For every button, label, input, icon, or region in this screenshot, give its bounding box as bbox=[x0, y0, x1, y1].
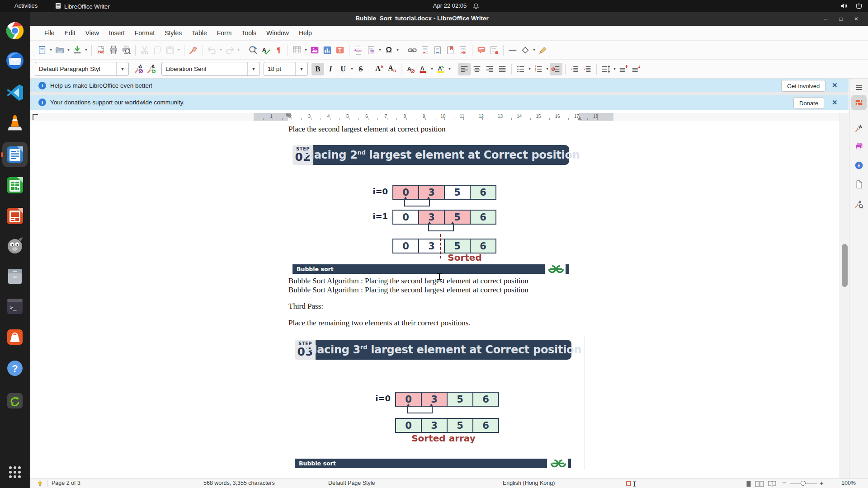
menu-view[interactable]: View bbox=[80, 28, 104, 38]
draw-functions-icon[interactable] bbox=[537, 44, 549, 56]
page-break-icon[interactable] bbox=[352, 44, 365, 56]
dropdown-arrow-icon[interactable]: ▾ bbox=[527, 63, 532, 75]
special-character-icon[interactable]: Ω bbox=[382, 44, 395, 56]
page-style[interactable]: Default Page Style bbox=[328, 480, 375, 486]
menu-form[interactable]: Form bbox=[212, 28, 237, 38]
sidebar-settings-menu-icon[interactable] bbox=[854, 82, 864, 93]
get-involved-button[interactable]: Get involved bbox=[781, 80, 826, 92]
spelling-icon[interactable]: A bbox=[259, 44, 272, 56]
volume-icon[interactable] bbox=[840, 2, 848, 11]
window-titlebar[interactable]: Bubble_Sort_tutorial.docx - LibreOffice … bbox=[30, 12, 868, 26]
style-inspector-deck-icon[interactable]: A bbox=[854, 199, 864, 210]
formatting-marks-icon[interactable]: ¶ bbox=[272, 44, 285, 56]
new-document-icon[interactable] bbox=[36, 44, 48, 56]
multi-page-view-icon[interactable] bbox=[755, 481, 764, 488]
dock-gimp[interactable] bbox=[4, 235, 26, 256]
print-preview-icon[interactable] bbox=[120, 44, 132, 56]
dock-files[interactable] bbox=[4, 266, 26, 287]
insert-mode-indicator[interactable] bbox=[626, 481, 637, 488]
menu-insert[interactable]: Insert bbox=[104, 28, 130, 38]
chevron-down-icon[interactable]: ▼ bbox=[247, 62, 259, 75]
word-count[interactable]: 568 words, 3,355 characters bbox=[203, 480, 275, 486]
underline-icon[interactable]: U bbox=[337, 63, 349, 75]
unordered-list-icon[interactable] bbox=[514, 63, 527, 75]
styles-deck-icon[interactable]: A bbox=[854, 123, 864, 134]
menu-table[interactable]: Table bbox=[187, 28, 212, 38]
cross-reference-icon[interactable] bbox=[457, 44, 469, 56]
dock-terminal[interactable]: >_ bbox=[4, 296, 26, 317]
text-language[interactable]: English (Hong Kong) bbox=[503, 480, 555, 486]
clock[interactable]: Apr 22 02:05 bbox=[420, 2, 479, 9]
dropdown-arrow-icon[interactable]: ▾ bbox=[545, 63, 550, 75]
close-icon[interactable]: ✕ bbox=[832, 81, 838, 89]
insert-footnote-icon[interactable]: 1 bbox=[419, 44, 431, 56]
chevron-down-icon[interactable]: ▼ bbox=[295, 62, 307, 75]
single-page-view-icon[interactable] bbox=[746, 481, 751, 488]
insert-chart-icon[interactable] bbox=[321, 44, 334, 56]
menu-window[interactable]: Window bbox=[261, 28, 294, 38]
insert-hyperlink-icon[interactable] bbox=[406, 44, 419, 56]
subscript-icon[interactable]: AB bbox=[386, 63, 398, 75]
book-view-icon[interactable] bbox=[768, 481, 777, 488]
dropdown-arrow-icon[interactable]: ▾ bbox=[532, 44, 537, 56]
dropdown-arrow-icon[interactable]: ▾ bbox=[395, 44, 400, 56]
insert-endnote-icon[interactable]: i bbox=[431, 44, 444, 56]
dock-libreoffice-impress[interactable] bbox=[4, 205, 26, 227]
dock-vscode[interactable] bbox=[4, 82, 26, 103]
dock-app-grid[interactable] bbox=[4, 461, 26, 483]
dock-google-chrome[interactable] bbox=[4, 20, 26, 42]
insert-image-icon[interactable] bbox=[308, 44, 321, 56]
dock-libreoffice-writer[interactable] bbox=[4, 144, 26, 165]
clear-formatting-icon[interactable]: A bbox=[404, 63, 417, 75]
dock-vlc[interactable] bbox=[4, 112, 26, 134]
font-name-select[interactable]: Liberation Serif▼ bbox=[161, 62, 260, 76]
dock-software-updater[interactable] bbox=[4, 390, 26, 412]
strikethrough-icon[interactable]: S bbox=[354, 63, 367, 75]
dropdown-arrow-icon[interactable]: ▾ bbox=[377, 44, 382, 56]
font-size-select[interactable]: 18 pt▼ bbox=[264, 62, 308, 76]
justify-icon[interactable] bbox=[496, 63, 509, 75]
zoom-level[interactable]: 100% bbox=[841, 480, 856, 486]
export-pdf-icon[interactable]: PDF bbox=[94, 44, 107, 56]
clone-formatting-icon[interactable] bbox=[187, 44, 200, 56]
menu-styles[interactable]: Styles bbox=[160, 28, 187, 38]
dock-libreoffice-calc[interactable] bbox=[4, 174, 26, 196]
menu-tools[interactable]: Tools bbox=[236, 28, 261, 38]
zoom-slider-knob[interactable] bbox=[801, 481, 806, 486]
minimize-button[interactable]: – bbox=[821, 14, 830, 23]
donate-button[interactable]: Donate bbox=[793, 97, 824, 109]
document-canvas[interactable]: Place the second largest element at corr… bbox=[30, 121, 840, 478]
increase-indent-icon[interactable] bbox=[568, 63, 581, 75]
page-deck-icon[interactable] bbox=[854, 179, 864, 190]
menu-format[interactable]: Format bbox=[130, 28, 160, 38]
track-changes-icon[interactable] bbox=[488, 44, 500, 56]
dropdown-arrow-icon[interactable]: ▾ bbox=[66, 44, 71, 56]
power-icon[interactable] bbox=[855, 2, 863, 11]
insert-field-icon[interactable] bbox=[365, 44, 377, 56]
gallery-deck-icon[interactable] bbox=[854, 141, 864, 152]
dock-thunderbird[interactable] bbox=[4, 50, 26, 71]
no-list-icon[interactable] bbox=[550, 63, 562, 75]
print-icon[interactable] bbox=[107, 44, 120, 56]
focused-app-menu[interactable]: LibreOffice Writer bbox=[55, 2, 110, 10]
decrease-indent-icon[interactable] bbox=[581, 63, 594, 75]
new-style-icon[interactable]: A bbox=[145, 63, 158, 75]
properties-deck-icon[interactable] bbox=[851, 95, 867, 110]
bold-icon[interactable]: B bbox=[311, 63, 324, 75]
menu-file[interactable]: File bbox=[39, 28, 60, 38]
dropdown-arrow-icon[interactable]: ▾ bbox=[48, 44, 53, 56]
paragraph-style-select[interactable]: Default Paragraph Styl▼ bbox=[35, 62, 129, 76]
tip-of-the-day-icon[interactable] bbox=[37, 480, 43, 488]
insert-table-icon[interactable] bbox=[291, 44, 303, 56]
zoom-out-icon[interactable]: − bbox=[782, 479, 786, 487]
dropdown-arrow-icon[interactable]: ▾ bbox=[349, 63, 354, 75]
insert-bookmark-icon[interactable] bbox=[444, 44, 457, 56]
align-center-icon[interactable] bbox=[471, 63, 483, 75]
para-space-decrease-icon[interactable] bbox=[630, 63, 642, 75]
zoom-in-icon[interactable]: + bbox=[820, 479, 824, 487]
highlight-color-icon[interactable]: A bbox=[434, 63, 447, 75]
navigator-deck-icon[interactable] bbox=[854, 160, 864, 171]
italic-icon[interactable]: I bbox=[324, 63, 337, 75]
dock-help[interactable]: ? bbox=[4, 357, 26, 379]
save-icon[interactable] bbox=[71, 44, 84, 56]
